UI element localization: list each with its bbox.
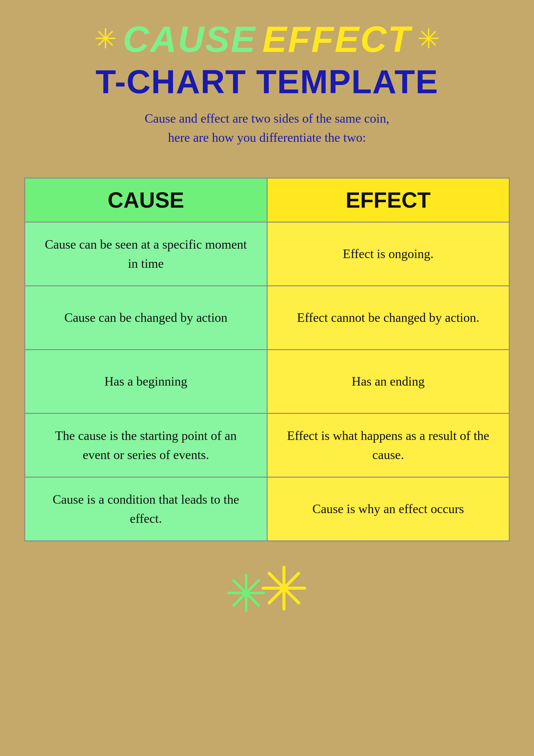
effect-row-3: Has an ending: [267, 349, 509, 413]
cause-row-2: Cause can be changed by action: [25, 285, 267, 349]
title-line2: T-CHART TEMPLATE: [24, 63, 510, 100]
effect-row-4: Effect is what happens as a result of th…: [267, 413, 509, 477]
cause-row-1: Cause can be seen at a specific moment i…: [25, 222, 267, 285]
snowflake-yellow-icon: ✳: [259, 559, 310, 620]
effect-row-2: Effect cannot be changed by action.: [267, 285, 509, 349]
cause-row-4: The cause is the starting point of an ev…: [25, 413, 267, 477]
effect-column-header: EFFECT: [267, 178, 509, 222]
cause-row-5: Cause is a condition that leads to the e…: [25, 477, 267, 540]
cause-row-3: Has a beginning: [25, 349, 267, 413]
t-chart: CAUSE Cause can be seen at a specific mo…: [24, 177, 510, 541]
effect-row-5: Cause is why an effect occurs: [267, 477, 509, 540]
subtitle: Cause and effect are two sides of the sa…: [24, 109, 510, 147]
star-left-icon: ✳: [94, 25, 117, 53]
page-header: ✳ CAUSE EFFECT ✳ T-CHART TEMPLATE Cause …: [24, 18, 510, 166]
effect-row-1: Effect is ongoing.: [267, 222, 509, 285]
title-cause: CAUSE: [123, 18, 256, 60]
effect-column: EFFECT Effect is ongoing. Effect cannot …: [267, 178, 509, 540]
title-effect: EFFECT: [263, 18, 411, 60]
bottom-decoration: ✳ ✳: [224, 559, 310, 620]
star-right-icon: ✳: [417, 25, 440, 53]
title-line1: ✳ CAUSE EFFECT ✳: [24, 18, 510, 60]
cause-column-header: CAUSE: [25, 178, 267, 222]
cause-column: CAUSE Cause can be seen at a specific mo…: [25, 178, 267, 540]
